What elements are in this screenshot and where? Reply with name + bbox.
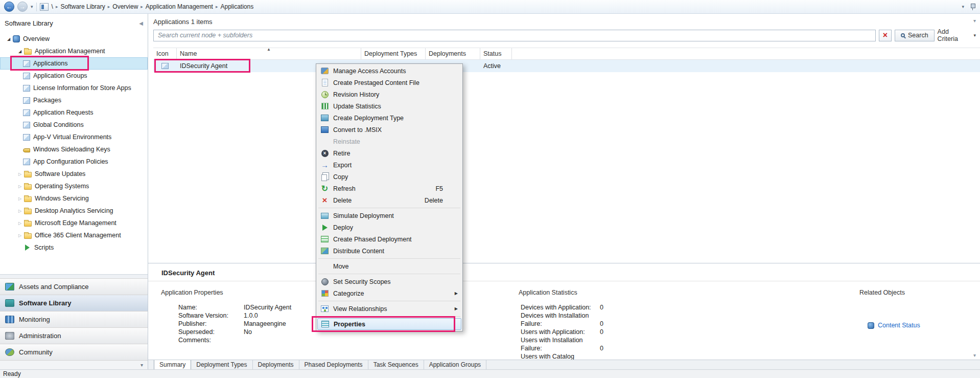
tree-label: Desktop Analytics Servicing: [35, 207, 113, 214]
menu-item-manage-access-accounts[interactable]: Manage Access Accounts: [317, 65, 461, 77]
pin-icon[interactable]: [969, 4, 976, 10]
field-value: 1.0.0: [244, 312, 258, 320]
column-header-name[interactable]: Name: [177, 48, 361, 59]
content-status-link[interactable]: Content Status: [868, 322, 920, 329]
menu-item-properties[interactable]: Properties: [317, 318, 461, 330]
breadcrumb-separator-icon[interactable]: [108, 4, 110, 9]
column-header-deployment-types[interactable]: Deployment Types: [361, 48, 426, 59]
expander-collapsed-icon[interactable]: [16, 209, 24, 213]
breadcrumb-separator-icon[interactable]: [216, 4, 218, 9]
file-icon: [322, 79, 328, 86]
sidebar-item-operating-systems[interactable]: Operating Systems: [0, 180, 148, 192]
menu-item-label: Distribute Content: [333, 248, 384, 255]
table-header: Icon Name Deployment Types Deployments S…: [153, 48, 980, 60]
sidebar-item-app-configuration-policies[interactable]: App Configuration Policies: [0, 155, 148, 168]
search-button-label: Search: [908, 32, 928, 39]
menu-item-view-relationships[interactable]: View Relationships: [317, 303, 461, 315]
collapse-pane-icon[interactable]: [139, 20, 143, 26]
sidebar-item-scripts[interactable]: Scripts: [0, 241, 148, 254]
breadcrumb-item-software-library[interactable]: Software Library: [60, 3, 105, 10]
expander-expanded-icon[interactable]: [16, 49, 24, 54]
menu-item-create-prestaged-content-file[interactable]: Create Prestaged Content File: [317, 77, 461, 88]
menu-item-update-statistics[interactable]: Update Statistics: [317, 100, 461, 112]
application-statistics-section: Application Statistics Devices with Appl…: [519, 289, 603, 360]
breadcrumb-separator-icon[interactable]: [141, 4, 143, 9]
breadcrumb-item-overview[interactable]: Overview: [112, 3, 138, 10]
menu-item-simulate-deployment[interactable]: Simulate Deployment: [317, 210, 461, 221]
menu-item-create-deployment-type[interactable]: Create Deployment Type: [317, 112, 461, 124]
menu-item-revision-history[interactable]: Revision History: [317, 88, 461, 100]
sidebar-item-application-management[interactable]: Application Management: [0, 45, 148, 57]
menu-item-distribute-content[interactable]: Distribute Content: [317, 245, 461, 257]
expander-collapsed-icon[interactable]: [16, 233, 24, 238]
column-header-icon[interactable]: Icon: [153, 48, 177, 59]
search-input[interactable]: [153, 30, 876, 41]
tab-summary[interactable]: Summary: [154, 360, 191, 369]
menu-item-categorize[interactable]: Categorize: [317, 287, 461, 299]
sidebar-item-windows-sideloading-keys[interactable]: Windows Sideloading Keys: [0, 143, 148, 155]
topbar-dropdown-icon[interactable]: [962, 4, 964, 9]
sidebar-item-office-365-client-management[interactable]: Office 365 Client Management: [0, 229, 148, 241]
section-heading: Related Objects: [859, 289, 920, 296]
sidebar-item-overview[interactable]: Overview: [0, 33, 148, 45]
tab-phased-deployments[interactable]: Phased Deployments: [299, 360, 368, 369]
search-button[interactable]: Search: [895, 30, 935, 41]
menu-item-deploy[interactable]: Deploy: [317, 221, 461, 233]
tab-deployment-types[interactable]: Deployment Types: [191, 360, 252, 369]
ribbon-collapse-chevron-icon[interactable]: [973, 18, 976, 24]
sidebar-item-packages[interactable]: Packages: [0, 94, 148, 106]
expander-collapsed-icon[interactable]: [16, 184, 24, 189]
menu-item-retire[interactable]: Retire: [317, 147, 461, 159]
sidebar-item-application-groups[interactable]: Application Groups: [0, 70, 148, 82]
menu-item-export[interactable]: Export: [317, 159, 461, 171]
breadcrumb-item-application-management[interactable]: Application Management: [146, 3, 213, 10]
configure-buttons-chevron-icon[interactable]: [0, 360, 148, 369]
menu-item-label: Manage Access Accounts: [333, 68, 406, 75]
workspace-splitter[interactable]: [0, 274, 148, 278]
sidebar-item-software-updates[interactable]: Software Updates: [0, 168, 148, 180]
field-label: Name:: [178, 303, 244, 312]
tab-application-groups[interactable]: Application Groups: [424, 360, 486, 369]
column-header-deployments[interactable]: Deployments: [426, 48, 480, 59]
navigation-pane: Software Library Overview Application Ma…: [0, 14, 148, 369]
sidebar-item-desktop-analytics-servicing[interactable]: Desktop Analytics Servicing: [0, 205, 148, 217]
menu-item-refresh[interactable]: Refresh F5: [317, 183, 461, 194]
sidebar-item-license-information[interactable]: License Information for Store Apps: [0, 82, 148, 94]
column-header-status[interactable]: Status: [480, 48, 512, 59]
expander-collapsed-icon[interactable]: [16, 221, 24, 226]
menu-item-set-security-scopes[interactable]: Set Security Scopes: [317, 276, 461, 287]
breadcrumb-item-applications[interactable]: Applications: [220, 3, 253, 10]
history-dropdown-icon[interactable]: [31, 4, 33, 9]
sidebar-item-windows-servicing[interactable]: Windows Servicing: [0, 192, 148, 205]
workspace-monitoring[interactable]: Monitoring: [0, 311, 148, 327]
tab-deployments[interactable]: Deployments: [253, 360, 299, 369]
sidebar-item-applications[interactable]: Applications: [0, 57, 148, 70]
sidebar-item-appv-virtual-environments[interactable]: App-V Virtual Environments: [0, 131, 148, 143]
workspace-community[interactable]: Community: [0, 344, 148, 360]
tree-label: Software Updates: [35, 170, 85, 177]
sidebar-item-application-requests[interactable]: Application Requests: [0, 106, 148, 119]
add-criteria-button[interactable]: Add Criteria: [938, 28, 976, 42]
sidebar-item-global-conditions[interactable]: Global Conditions: [0, 119, 148, 131]
breadcrumb-root[interactable]: \: [52, 3, 53, 10]
menu-item-move[interactable]: Move: [317, 260, 461, 272]
workspace-administration[interactable]: Administration: [0, 327, 148, 344]
clear-search-button[interactable]: [879, 30, 892, 41]
top-navigation-bar: \ Software Library Overview Application …: [0, 0, 980, 14]
workspace-assets-and-compliance[interactable]: Assets and Compliance: [0, 278, 148, 295]
expander-collapsed-icon[interactable]: [16, 196, 24, 201]
menu-item-copy[interactable]: Copy: [317, 171, 461, 183]
menu-item-create-phased-deployment[interactable]: Create Phased Deployment: [317, 233, 461, 245]
sidebar-item-microsoft-edge-management[interactable]: Microsoft Edge Management: [0, 217, 148, 229]
breadcrumb-separator-icon[interactable]: [56, 4, 58, 9]
expander-collapsed-icon[interactable]: [16, 172, 24, 176]
table-row-idsecurity-agent[interactable]: IDSecurity Agent Active: [153, 60, 980, 72]
menu-item-delete[interactable]: Delete Delete: [317, 194, 461, 206]
detail-scroll-chevron-icon[interactable]: [973, 352, 976, 358]
expander-expanded-icon[interactable]: [5, 37, 12, 41]
tab-task-sequences[interactable]: Task Sequences: [368, 360, 424, 369]
forward-button[interactable]: [17, 2, 28, 12]
back-button[interactable]: [4, 2, 14, 12]
workspace-software-library[interactable]: Software Library: [0, 295, 148, 311]
menu-item-convert-to-msix[interactable]: Convert to .MSIX: [317, 124, 461, 136]
